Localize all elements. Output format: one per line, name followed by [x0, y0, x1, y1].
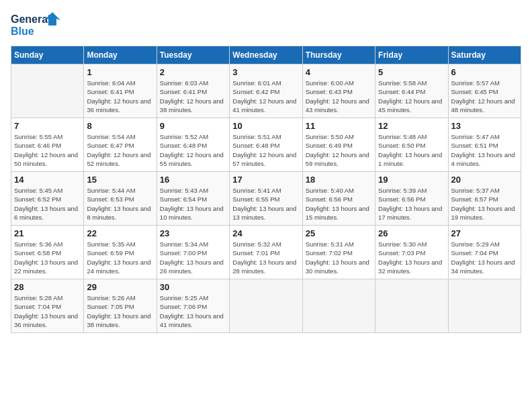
- day-number: 5: [378, 67, 445, 77]
- day-detail: Sunrise: 5:58 AMSunset: 6:44 PMDaylight:…: [378, 79, 445, 114]
- day-detail: Sunrise: 5:50 AMSunset: 6:49 PMDaylight:…: [306, 132, 372, 168]
- day-detail: Sunrise: 5:47 AMSunset: 6:51 PMDaylight:…: [451, 132, 518, 168]
- day-detail: Sunrise: 5:44 AMSunset: 6:53 PMDaylight:…: [87, 186, 153, 222]
- day-detail: Sunrise: 5:35 AMSunset: 6:59 PMDaylight:…: [87, 240, 153, 275]
- day-cell: 21Sunrise: 5:36 AMSunset: 6:58 PMDayligh…: [11, 226, 84, 279]
- day-cell: 11Sunrise: 5:50 AMSunset: 6:49 PMDayligh…: [302, 118, 375, 172]
- week-row-1: 1Sunrise: 6:04 AMSunset: 6:41 PMDaylight…: [11, 64, 521, 118]
- header-row: SundayMondayTuesdayWednesdayThursdayFrid…: [11, 46, 521, 64]
- day-cell: 19Sunrise: 5:39 AMSunset: 6:56 PMDayligh…: [375, 172, 448, 226]
- week-row-3: 14Sunrise: 5:45 AMSunset: 6:52 PMDayligh…: [11, 172, 521, 226]
- day-cell: 20Sunrise: 5:37 AMSunset: 6:57 PMDayligh…: [448, 172, 521, 226]
- day-detail: Sunrise: 5:39 AMSunset: 6:56 PMDaylight:…: [378, 186, 445, 222]
- day-number: 11: [306, 121, 372, 131]
- day-cell: 22Sunrise: 5:35 AMSunset: 6:59 PMDayligh…: [84, 226, 157, 279]
- day-number: 9: [160, 121, 226, 131]
- day-number: 18: [306, 175, 372, 185]
- day-number: 29: [87, 282, 153, 292]
- day-cell: 6Sunrise: 5:57 AMSunset: 6:45 PMDaylight…: [448, 64, 521, 118]
- day-number: 15: [87, 175, 153, 185]
- day-number: 30: [160, 282, 226, 292]
- day-number: 13: [451, 121, 518, 131]
- logo-svg: GeneralBlue: [11, 11, 64, 39]
- day-number: 23: [160, 228, 226, 238]
- day-cell: 9Sunrise: 5:52 AMSunset: 6:48 PMDaylight…: [157, 118, 229, 172]
- day-number: 27: [451, 228, 518, 238]
- day-detail: Sunrise: 6:03 AMSunset: 6:41 PMDaylight:…: [160, 79, 226, 114]
- week-row-2: 7Sunrise: 5:55 AMSunset: 6:46 PMDaylight…: [11, 118, 521, 172]
- day-cell: 1Sunrise: 6:04 AMSunset: 6:41 PMDaylight…: [84, 64, 157, 118]
- day-detail: Sunrise: 6:01 AMSunset: 6:42 PMDaylight:…: [232, 79, 299, 114]
- day-number: 12: [378, 121, 445, 131]
- day-detail: Sunrise: 5:41 AMSunset: 6:55 PMDaylight:…: [232, 186, 299, 222]
- day-cell: 8Sunrise: 5:54 AMSunset: 6:47 PMDaylight…: [84, 118, 157, 172]
- day-detail: Sunrise: 5:55 AMSunset: 6:46 PMDaylight:…: [14, 132, 81, 168]
- day-detail: Sunrise: 5:30 AMSunset: 7:03 PMDaylight:…: [378, 240, 445, 275]
- day-number: 17: [232, 175, 299, 185]
- day-cell: 12Sunrise: 5:48 AMSunset: 6:50 PMDayligh…: [375, 118, 448, 172]
- day-number: 14: [14, 175, 81, 185]
- day-number: 10: [232, 121, 299, 131]
- day-number: 22: [87, 228, 153, 238]
- day-number: 16: [160, 175, 226, 185]
- day-detail: Sunrise: 5:29 AMSunset: 7:04 PMDaylight:…: [451, 240, 518, 275]
- column-header-wednesday: Wednesday: [230, 46, 302, 64]
- day-cell: 28Sunrise: 5:28 AMSunset: 7:04 PMDayligh…: [11, 279, 84, 333]
- day-number: 7: [14, 121, 81, 131]
- column-header-friday: Friday: [375, 46, 448, 64]
- day-detail: Sunrise: 5:51 AMSunset: 6:48 PMDaylight:…: [232, 132, 299, 168]
- day-cell: [230, 279, 302, 333]
- day-number: 2: [160, 67, 226, 77]
- week-row-5: 28Sunrise: 5:28 AMSunset: 7:04 PMDayligh…: [11, 279, 521, 333]
- day-number: 26: [378, 228, 445, 238]
- day-cell: 13Sunrise: 5:47 AMSunset: 6:51 PMDayligh…: [448, 118, 521, 172]
- day-number: 6: [451, 67, 518, 77]
- day-number: 20: [451, 175, 518, 185]
- column-header-monday: Monday: [84, 46, 157, 64]
- day-cell: [375, 279, 448, 333]
- day-cell: 23Sunrise: 5:34 AMSunset: 7:00 PMDayligh…: [157, 226, 229, 279]
- day-detail: Sunrise: 5:26 AMSunset: 7:05 PMDaylight:…: [87, 293, 153, 329]
- day-number: 19: [378, 175, 445, 185]
- column-header-sunday: Sunday: [11, 46, 84, 64]
- day-cell: 2Sunrise: 6:03 AMSunset: 6:41 PMDaylight…: [157, 64, 229, 118]
- day-cell: 10Sunrise: 5:51 AMSunset: 6:48 PMDayligh…: [230, 118, 302, 172]
- calendar-table: SundayMondayTuesdayWednesdayThursdayFrid…: [11, 46, 521, 333]
- day-cell: [448, 279, 521, 333]
- header: GeneralBlue: [11, 11, 521, 39]
- day-detail: Sunrise: 5:52 AMSunset: 6:48 PMDaylight:…: [160, 132, 226, 168]
- day-cell: 18Sunrise: 5:40 AMSunset: 6:56 PMDayligh…: [302, 172, 375, 226]
- day-detail: Sunrise: 6:00 AMSunset: 6:43 PMDaylight:…: [306, 79, 372, 114]
- day-detail: Sunrise: 5:31 AMSunset: 7:02 PMDaylight:…: [306, 240, 372, 275]
- day-cell: 14Sunrise: 5:45 AMSunset: 6:52 PMDayligh…: [11, 172, 84, 226]
- column-header-thursday: Thursday: [302, 46, 375, 64]
- day-detail: Sunrise: 5:43 AMSunset: 6:54 PMDaylight:…: [160, 186, 226, 222]
- day-detail: Sunrise: 5:32 AMSunset: 7:01 PMDaylight:…: [232, 240, 299, 275]
- day-detail: Sunrise: 5:34 AMSunset: 7:00 PMDaylight:…: [160, 240, 226, 275]
- day-number: 25: [306, 228, 372, 238]
- day-cell: 4Sunrise: 6:00 AMSunset: 6:43 PMDaylight…: [302, 64, 375, 118]
- day-number: 8: [87, 121, 153, 131]
- day-detail: Sunrise: 5:28 AMSunset: 7:04 PMDaylight:…: [14, 293, 81, 329]
- day-cell: 3Sunrise: 6:01 AMSunset: 6:42 PMDaylight…: [230, 64, 302, 118]
- day-number: 3: [232, 67, 299, 77]
- day-detail: Sunrise: 5:36 AMSunset: 6:58 PMDaylight:…: [14, 240, 81, 275]
- day-number: 4: [306, 67, 372, 77]
- day-detail: Sunrise: 5:25 AMSunset: 7:06 PMDaylight:…: [160, 293, 226, 329]
- column-header-saturday: Saturday: [448, 46, 521, 64]
- day-cell: 15Sunrise: 5:44 AMSunset: 6:53 PMDayligh…: [84, 172, 157, 226]
- svg-text:Blue: Blue: [11, 26, 34, 37]
- day-detail: Sunrise: 5:45 AMSunset: 6:52 PMDaylight:…: [14, 186, 81, 222]
- day-number: 24: [232, 228, 299, 238]
- column-header-tuesday: Tuesday: [157, 46, 229, 64]
- day-cell: 5Sunrise: 5:58 AMSunset: 6:44 PMDaylight…: [375, 64, 448, 118]
- day-detail: Sunrise: 5:48 AMSunset: 6:50 PMDaylight:…: [378, 132, 445, 168]
- logo: GeneralBlue: [11, 11, 64, 39]
- day-cell: 16Sunrise: 5:43 AMSunset: 6:54 PMDayligh…: [157, 172, 229, 226]
- day-cell: 29Sunrise: 5:26 AMSunset: 7:05 PMDayligh…: [84, 279, 157, 333]
- day-detail: Sunrise: 5:57 AMSunset: 6:45 PMDaylight:…: [451, 79, 518, 114]
- day-cell: 26Sunrise: 5:30 AMSunset: 7:03 PMDayligh…: [375, 226, 448, 279]
- day-cell: [302, 279, 375, 333]
- day-detail: Sunrise: 5:37 AMSunset: 6:57 PMDaylight:…: [451, 186, 518, 222]
- day-detail: Sunrise: 5:54 AMSunset: 6:47 PMDaylight:…: [87, 132, 153, 168]
